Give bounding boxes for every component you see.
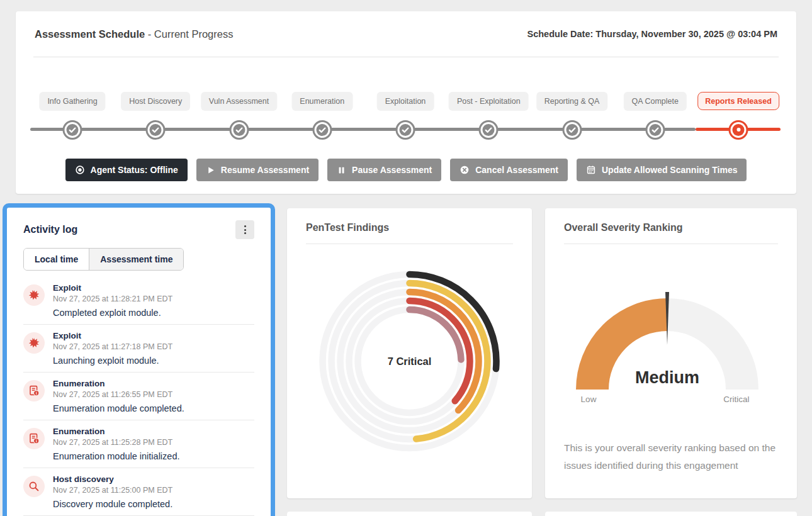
check-icon bbox=[67, 124, 79, 136]
log-entry-title: Enumeration bbox=[53, 379, 184, 388]
log-entry-title: Enumeration bbox=[53, 427, 180, 436]
stage-label-qa-complete: QA Complete bbox=[624, 92, 687, 111]
severity-description: This is your overall severity ranking ba… bbox=[564, 439, 778, 474]
schedule-date: Schedule Date: Thursday, November 30, 20… bbox=[527, 29, 777, 39]
time-mode-tabs: Local timeAssessment time bbox=[23, 248, 184, 271]
log-entry: ExploitNov 27, 2025 at 11:27:18 PM EDTLa… bbox=[23, 325, 254, 373]
stage-label-post-exploitation: Post - Exploitation bbox=[449, 92, 529, 111]
svg-text:Medium: Medium bbox=[635, 368, 699, 387]
log-entry: Host discoveryNov 27, 2025 at 11:25:00 P… bbox=[23, 468, 254, 516]
activity-log-card: Activity log Local timeAssessment time E… bbox=[7, 208, 271, 516]
stage-label-enumeration: Enumeration bbox=[291, 92, 352, 111]
kebab-menu-icon[interactable] bbox=[235, 220, 254, 239]
check-icon bbox=[233, 124, 245, 136]
check-icon bbox=[483, 124, 495, 136]
play-icon bbox=[206, 165, 215, 175]
stage-node-current bbox=[729, 120, 748, 140]
log-entry-title: Exploit bbox=[53, 283, 172, 293]
tab-local-time[interactable]: Local time bbox=[24, 249, 89, 270]
severity-gauge-chart: MediumLowCritical bbox=[564, 244, 778, 407]
partial-card-right bbox=[545, 512, 797, 516]
stage-node-complete bbox=[479, 120, 499, 140]
assessment-schedule-card: Assessment Schedule - Current Progress S… bbox=[16, 11, 796, 194]
pause-icon bbox=[337, 165, 346, 175]
log-entry: EnumerationNov 27, 2025 at 11:26:55 PM E… bbox=[23, 373, 254, 420]
log-entry-time: Nov 27, 2025 at 11:25:28 PM EDT bbox=[53, 438, 180, 447]
stage-label-reporting-qa: Reporting & QA bbox=[536, 92, 608, 111]
resume-assessment-button[interactable]: Resume Assessment bbox=[196, 159, 319, 181]
exploit-icon bbox=[23, 284, 45, 306]
check-icon bbox=[150, 124, 162, 136]
stage-label-info-gathering: Info Gathering bbox=[39, 92, 105, 111]
enumeration-icon bbox=[23, 380, 45, 401]
cancel-assessment-button[interactable]: Cancel Assessment bbox=[450, 159, 568, 181]
log-entry-message: Discovery module completed. bbox=[53, 499, 172, 509]
check-icon bbox=[649, 124, 661, 136]
check-icon bbox=[316, 124, 328, 136]
button-label: Cancel Assessment bbox=[475, 165, 558, 175]
activity-log-title: Activity log bbox=[23, 224, 77, 235]
findings-title: PenTest Findings bbox=[306, 222, 513, 233]
stage-label-exploitation: Exploitation bbox=[377, 92, 434, 111]
stage-node-complete bbox=[229, 120, 249, 140]
partial-card-middle bbox=[287, 512, 532, 516]
x-circle-icon bbox=[460, 165, 470, 175]
tab-assessment-time[interactable]: Assessment time bbox=[89, 249, 183, 270]
log-entry-body: EnumerationNov 27, 2025 at 11:25:28 PM E… bbox=[53, 427, 180, 461]
button-label: Agent Status: Offline bbox=[91, 165, 178, 175]
assessment-toolbar: Agent Status: OfflineResume AssessmentPa… bbox=[16, 159, 796, 181]
log-entry-time: Nov 27, 2025 at 11:25:00 PM EDT bbox=[53, 486, 172, 495]
stage-label-host-discovery: Host Discovery bbox=[121, 92, 190, 111]
log-entry-title: Exploit bbox=[53, 331, 172, 340]
svg-text:7 Critical: 7 Critical bbox=[388, 356, 432, 367]
stage-node-complete bbox=[645, 120, 665, 140]
stage-node-complete bbox=[63, 120, 82, 140]
button-label: Resume Assessment bbox=[221, 165, 309, 175]
dot-circle-icon bbox=[75, 165, 85, 175]
pause-assessment-button[interactable]: Pause Assessment bbox=[327, 159, 441, 181]
log-entry-title: Host discovery bbox=[53, 474, 172, 484]
svg-text:Critical: Critical bbox=[723, 395, 749, 404]
log-entry-message: Enumeration module initialized. bbox=[53, 451, 180, 461]
svg-text:Low: Low bbox=[581, 395, 597, 404]
activity-log-entries: ExploitNov 27, 2025 at 11:28:21 PM EDTCo… bbox=[23, 277, 254, 516]
check-icon bbox=[400, 124, 412, 136]
stage-node-complete bbox=[312, 120, 332, 140]
stage-label-vuln-assessment: Vuln Assessment bbox=[201, 92, 277, 111]
log-entry-body: ExploitNov 27, 2025 at 11:28:21 PM EDTCo… bbox=[53, 283, 172, 318]
stage-node-complete bbox=[562, 120, 582, 140]
severity-title: Overall Severity Ranking bbox=[564, 222, 778, 233]
activity-log-highlight-border: Activity log Local timeAssessment time E… bbox=[3, 203, 275, 516]
exploit-icon bbox=[23, 332, 45, 354]
log-entry-message: Enumeration module completed. bbox=[53, 403, 184, 413]
log-entry-body: ExploitNov 27, 2025 at 11:27:18 PM EDTLa… bbox=[53, 331, 172, 366]
log-entry-message: Launching exploit module. bbox=[53, 356, 172, 366]
stage-node-complete bbox=[396, 120, 415, 140]
log-entry-time: Nov 27, 2025 at 11:27:18 PM EDT bbox=[53, 342, 172, 351]
activity-log-header: Activity log bbox=[23, 220, 254, 239]
progress-timeline: Info GatheringHost DiscoveryVuln Assessm… bbox=[16, 57, 796, 159]
button-label: Pause Assessment bbox=[352, 165, 432, 175]
log-entry-body: EnumerationNov 27, 2025 at 11:26:55 PM E… bbox=[53, 379, 184, 413]
log-entry-body: Host discoveryNov 27, 2025 at 11:25:00 P… bbox=[53, 474, 172, 509]
page-title-bold: Assessment Schedule bbox=[35, 28, 145, 40]
dot-icon bbox=[733, 124, 745, 136]
log-entry-time: Nov 27, 2025 at 11:28:21 PM EDT bbox=[53, 294, 172, 303]
log-entry: ExploitNov 27, 2025 at 11:28:21 PM EDTCo… bbox=[23, 277, 254, 325]
findings-radial-chart: 7 Critical bbox=[306, 244, 513, 476]
enumeration-icon bbox=[23, 428, 45, 449]
stage-label-reports-released: Reports Released bbox=[697, 92, 779, 110]
log-entry-time: Nov 27, 2025 at 11:26:55 PM EDT bbox=[53, 390, 184, 399]
agent-status-offline-button[interactable]: Agent Status: Offline bbox=[65, 159, 188, 181]
update-allowed-scanning-times-button[interactable]: Update Allowed Scanning Times bbox=[577, 159, 747, 181]
calendar-icon bbox=[586, 165, 596, 175]
timeline-track bbox=[30, 128, 696, 131]
page-title: Assessment Schedule - Current Progress bbox=[35, 28, 233, 40]
check-icon bbox=[566, 124, 578, 136]
log-entry: EnumerationNov 27, 2025 at 11:25:28 PM E… bbox=[23, 420, 254, 468]
button-label: Update Allowed Scanning Times bbox=[602, 165, 737, 175]
search-icon bbox=[23, 476, 45, 497]
severity-ranking-card: Overall Severity Ranking MediumLowCritic… bbox=[545, 208, 797, 498]
page-title-rest: - Current Progress bbox=[145, 28, 233, 40]
stage-node-complete bbox=[146, 120, 166, 140]
